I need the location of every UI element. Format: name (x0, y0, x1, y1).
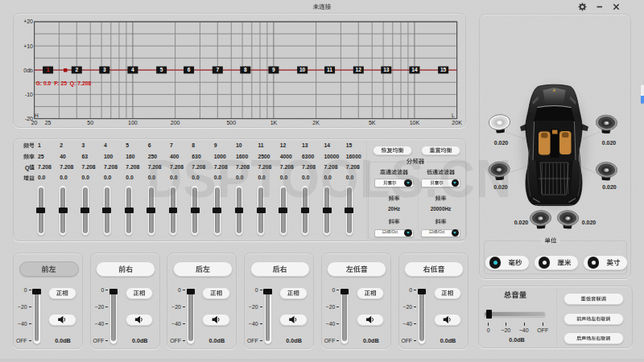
svg-text:Q: Q (25, 165, 30, 171)
